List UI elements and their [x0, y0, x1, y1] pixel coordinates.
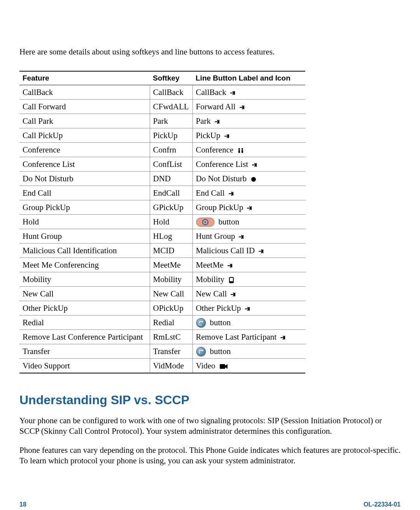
feature-cell: Conference — [19, 143, 150, 157]
feature-cell: Remove Last Conference Participant — [19, 330, 150, 344]
arrow-icon — [240, 102, 247, 112]
softkey-cell: VidMode — [150, 359, 192, 373]
line-button-cell: button — [192, 215, 305, 229]
line-button-cell: Conference List — [192, 157, 305, 172]
table-row: Call PickUpPickUpPickUp — [19, 128, 305, 143]
svg-point-0 — [238, 148, 240, 149]
softkey-cell: HLog — [150, 229, 192, 244]
svg-point-7 — [204, 221, 206, 223]
feature-cell: Other PickUp — [19, 301, 150, 315]
feature-cell: CallBack — [19, 85, 150, 100]
softkey-cell: Hold — [150, 215, 192, 229]
arrow-icon — [280, 332, 287, 342]
line-label: Group PickUp — [196, 203, 243, 212]
line-button-cell: Mobility — [192, 272, 305, 287]
line-button-cell: MeetMe — [192, 258, 305, 272]
line-label: Malicious Call ID — [196, 246, 255, 256]
arrow-icon — [224, 131, 231, 140]
softkey-cell: Transfer — [150, 344, 192, 359]
feature-cell: Do Not Disturb — [19, 172, 150, 186]
body-para-2: Phone features can vary depending on the… — [19, 445, 401, 466]
line-label: Do Not Disturb — [196, 174, 247, 184]
table-row: Call ParkParkPark — [19, 114, 305, 128]
col-feature-header: Feature — [19, 71, 150, 85]
softkey-cell: ConfList — [150, 157, 192, 172]
feature-cell: Redial — [19, 315, 150, 330]
feature-cell: Conference List — [19, 157, 150, 172]
video-icon — [219, 361, 228, 371]
mobility-icon — [228, 275, 234, 284]
softkey-cell: New Call — [150, 287, 192, 301]
svg-point-10 — [196, 318, 206, 328]
arrow-icon — [259, 246, 266, 256]
line-label: Other PickUp — [196, 303, 241, 313]
transfer-button-icon — [196, 346, 206, 356]
table-row: Hunt GroupHLogHunt Group — [19, 229, 305, 244]
feature-cell: Transfer — [19, 344, 150, 359]
line-label: End Call — [196, 188, 225, 198]
line-label: Video — [196, 361, 215, 371]
feature-cell: Call Park — [19, 114, 150, 128]
line-button-cell: Remove Last Participant — [192, 330, 305, 344]
softkey-cell: OPickUp — [150, 301, 192, 315]
arrow-icon — [245, 303, 252, 313]
arrow-icon — [228, 260, 234, 270]
table-row: Other PickUpOPickUpOther PickUp — [19, 301, 305, 315]
line-button-cell: Park — [192, 114, 305, 128]
feature-cell: Call Forward — [19, 100, 150, 114]
line-label: CallBack — [196, 88, 226, 97]
table-row: Video SupportVidModeVideo — [19, 359, 305, 373]
table-row: Malicious Call IdentificationMCIDMalicio… — [19, 244, 305, 258]
arrow-icon — [229, 188, 236, 198]
feature-cell: Malicious Call Identification — [19, 244, 150, 258]
softkey-cell: CFwdALL — [150, 100, 192, 114]
svg-rect-3 — [242, 150, 243, 153]
line-label: Mobility — [196, 275, 225, 284]
softkey-cell: MCID — [150, 244, 192, 258]
softkey-cell: PickUp — [150, 128, 192, 143]
line-label: Park — [196, 116, 211, 126]
softkey-cell: RmLstC — [150, 330, 192, 344]
table-row: HoldHoldbutton — [19, 215, 305, 229]
line-label: New Call — [196, 289, 227, 299]
feature-cell: Hunt Group — [19, 229, 150, 244]
softkey-cell: DND — [150, 172, 192, 186]
softkey-cell: Redial — [150, 315, 192, 330]
feature-cell: Mobility — [19, 272, 150, 287]
softkey-cell: Mobility — [150, 272, 192, 287]
body-para-1: Your phone can be configured to work wit… — [19, 415, 401, 437]
col-softkey-header: Softkey — [150, 71, 192, 85]
line-button-cell: Do Not Disturb — [192, 172, 305, 186]
softkey-cell: GPickUp — [150, 200, 192, 215]
line-label: Conference List — [196, 159, 248, 169]
svg-point-1 — [242, 148, 243, 149]
svg-rect-13 — [220, 364, 225, 369]
arrow-icon — [239, 231, 246, 241]
line-button-cell: button — [192, 315, 305, 330]
table-row: TransferTransferbutton — [19, 344, 305, 359]
table-row: Group PickUpGPickUpGroup PickUp — [19, 200, 305, 215]
hold-button-icon — [196, 217, 215, 227]
section-heading: Understanding SIP vs. SCCP — [19, 393, 401, 407]
table-row: Conference ListConfListConference List — [19, 157, 305, 172]
line-button-cell: Group PickUp — [192, 200, 305, 215]
table-row: Call ForwardCFwdALLForward All — [19, 100, 305, 114]
table-row: New CallNew CallNew Call — [19, 287, 305, 301]
table-row: End CallEndCallEnd Call — [19, 186, 305, 200]
table-row: ConferenceConfrnConference — [19, 143, 305, 157]
line-label: MeetMe — [196, 260, 224, 270]
svg-point-4 — [251, 177, 256, 182]
line-button-cell: CallBack — [192, 85, 305, 100]
feature-cell: End Call — [19, 186, 150, 200]
svg-rect-9 — [229, 281, 233, 283]
line-label: Forward All — [196, 102, 236, 112]
table-row: Remove Last Conference ParticipantRmLstC… — [19, 330, 305, 344]
line-button-cell: Other PickUp — [192, 301, 305, 315]
line-label: button — [210, 347, 231, 356]
line-button-cell: Conference — [192, 143, 305, 157]
svg-rect-2 — [238, 150, 240, 153]
feature-cell: Meet Me Conferencing — [19, 258, 150, 272]
line-button-cell: PickUp — [192, 128, 305, 143]
line-label: Remove Last Participant — [196, 332, 277, 342]
line-label: Hunt Group — [196, 231, 235, 241]
